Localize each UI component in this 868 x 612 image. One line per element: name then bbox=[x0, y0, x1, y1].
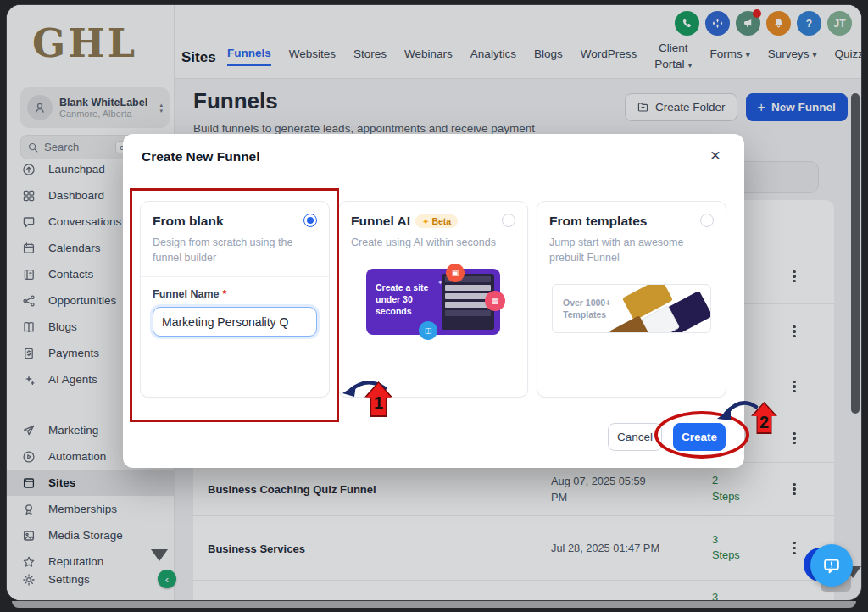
required-asterisk: * bbox=[223, 288, 227, 300]
funnel-name-input[interactable] bbox=[153, 307, 317, 337]
cursor-triangle bbox=[151, 549, 168, 561]
funnel-ai-thumbnail: Create a site under 30 seconds ✦ ✧ ▣ ▦ ◫ bbox=[366, 269, 500, 335]
beta-badge: ✦Beta bbox=[415, 214, 458, 228]
funnel-name-label: Funnel Name* bbox=[153, 288, 317, 300]
templates-thumbnail: Over 1000+ Templates bbox=[552, 284, 711, 333]
badge-bubble: ▦ bbox=[485, 291, 505, 311]
cancel-button[interactable]: Cancel bbox=[608, 423, 662, 451]
app-window: GHL Blank WhiteLabel Canmore, Alberta ▴▾… bbox=[7, 5, 861, 600]
option-from-blank[interactable]: From blank Design from scratch using the… bbox=[140, 201, 330, 398]
badge-bubble: ▣ bbox=[446, 264, 465, 282]
option-description: Design from scratch using the funnel bui… bbox=[153, 235, 303, 265]
badge-bubble: ◫ bbox=[419, 321, 437, 340]
radio-unselected[interactable] bbox=[700, 214, 714, 227]
chat-widget-icon bbox=[821, 555, 842, 576]
option-description: Jump start with an awesome prebuilt Funn… bbox=[549, 235, 700, 265]
frame-edge bbox=[12, 601, 856, 608]
create-new-funnel-modal: Create New Funnel × From blank Design fr… bbox=[123, 134, 744, 468]
option-funnel-ai[interactable]: Funnel AI ✦Beta Create using AI within s… bbox=[338, 201, 528, 398]
create-button[interactable]: Create bbox=[673, 423, 726, 451]
radio-selected[interactable] bbox=[303, 214, 317, 227]
option-title: From blank bbox=[153, 214, 224, 229]
close-icon[interactable]: × bbox=[710, 146, 721, 164]
option-title: Funnel AI bbox=[351, 214, 410, 229]
modal-title: Create New Funnel bbox=[142, 149, 260, 164]
support-chat-button[interactable] bbox=[804, 544, 853, 592]
radio-unselected[interactable] bbox=[502, 214, 515, 227]
option-description: Create using AI within seconds bbox=[351, 235, 502, 250]
option-title: From templates bbox=[549, 214, 647, 229]
sparkle-icon: ✦ bbox=[422, 217, 429, 226]
option-from-templates[interactable]: From templates Jump start with an awesom… bbox=[537, 201, 726, 398]
